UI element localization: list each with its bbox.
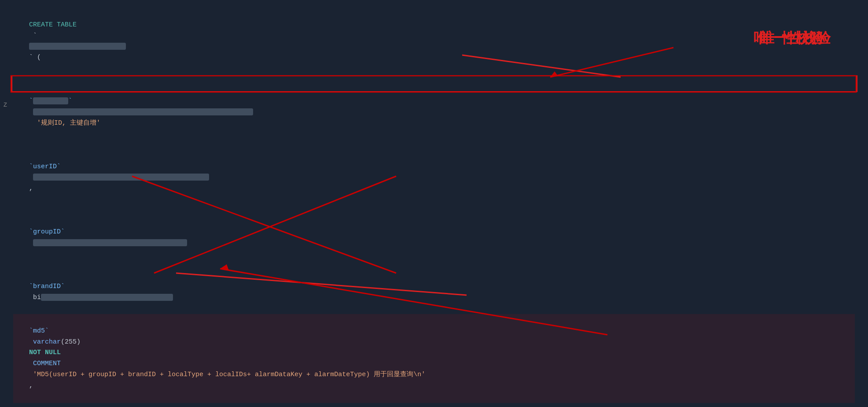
code-line-4: `brandID` bi bbox=[13, 259, 855, 314]
z-marker: Z bbox=[4, 101, 7, 108]
code-line-create-table: CREATE TABLE ` ` ( bbox=[13, 9, 855, 74]
code-line-3: `groupID` bbox=[13, 205, 855, 260]
code-line-1: `` '规则ID, 主键自增' bbox=[13, 74, 855, 140]
code-line-alarm: `alarm` text NOT NULL COMMENT '规则json' , bbox=[13, 403, 855, 407]
annotation-uniqueness-text: 唯一性校验 bbox=[760, 29, 831, 48]
keyword-create: CREATE TABLE bbox=[29, 21, 77, 29]
code-block: 唯一性校验 业务参数抽象成json CREATE TABLE ` ` ( `` … bbox=[0, 0, 868, 407]
code-line-2: `userID` , bbox=[13, 140, 855, 205]
table-name-blurred bbox=[29, 43, 126, 50]
code-line-md5: `md5` varchar(255) NOT NULL COMMENT 'MD5… bbox=[13, 314, 855, 403]
